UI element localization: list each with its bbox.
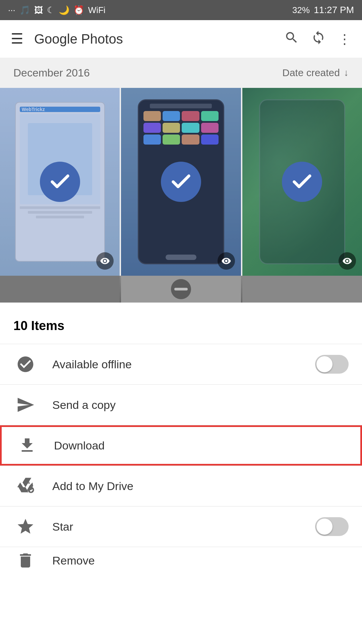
checkmark-2 <box>161 162 201 202</box>
menu-item-star[interactable]: Star <box>0 506 362 547</box>
send-icon <box>13 393 38 417</box>
subheader: December 2016 Date created ↓ <box>0 58 362 88</box>
status-left: ··· 🎵 🖼 ☾ 🌙 ⏰ WiFi <box>8 5 106 15</box>
status-right: 32% 11:27 PM <box>292 5 354 15</box>
menu-item-drive[interactable]: Add to My Drive <box>0 466 362 506</box>
menu-item-download[interactable]: Download <box>0 425 362 466</box>
drive-icon <box>13 474 38 498</box>
send-label: Send a copy <box>52 398 349 412</box>
partial-row <box>0 276 362 303</box>
checkmark-1 <box>40 162 80 202</box>
music-icon: 🎵 <box>19 5 30 15</box>
moon-icon: ☾ <box>47 5 55 15</box>
sync-button[interactable] <box>311 30 326 48</box>
hamburger-menu-button[interactable]: ☰ <box>11 32 23 46</box>
wifi-icon: WiFi <box>88 5 106 15</box>
remove-icon <box>13 548 38 573</box>
date-label: December 2016 <box>13 67 90 79</box>
sort-button[interactable]: Date created ↓ <box>282 67 349 78</box>
action-panel: 10 Items Available offline Send a copy <box>0 303 362 574</box>
eye-icon-3 <box>339 252 356 270</box>
download-label: Download <box>54 439 347 452</box>
photo-cell-2[interactable] <box>121 88 241 276</box>
status-bar: ··· 🎵 🖼 ☾ 🌙 ⏰ WiFi 32% 11:27 PM <box>0 0 362 20</box>
selection-overlay-3 <box>242 88 362 276</box>
star-toggle-knob <box>316 519 333 535</box>
time-text: 11:27 PM <box>314 5 354 15</box>
battery-text: 32% <box>292 5 310 15</box>
svg-point-0 <box>28 487 34 493</box>
crescent-icon: 🌙 <box>59 5 69 15</box>
download-icon <box>15 433 39 458</box>
star-icon <box>13 515 38 539</box>
image-icon: 🖼 <box>34 5 43 15</box>
photo-cell-1[interactable]: WebTrickz <box>0 88 120 276</box>
search-button[interactable] <box>284 30 299 48</box>
offline-toggle[interactable] <box>315 355 349 374</box>
eye-icon-2 <box>218 252 235 270</box>
sort-arrow-icon: ↓ <box>344 67 349 78</box>
eye-icon-1 <box>96 252 114 270</box>
selection-overlay-1 <box>0 88 120 276</box>
photo-grid: WebTrickz <box>0 88 362 276</box>
sort-label: Date created <box>282 67 340 78</box>
drive-label: Add to My Drive <box>52 480 349 493</box>
menu-item-remove[interactable]: Remove <box>0 547 362 574</box>
items-count: 10 Items <box>0 303 362 344</box>
star-label: Star <box>52 520 315 533</box>
offline-label: Available offline <box>52 358 315 371</box>
alarm-icon: ⏰ <box>73 5 84 15</box>
app-bar-icons: ⋮ <box>284 30 351 48</box>
checkmark-3 <box>282 162 322 202</box>
photo-cell-3[interactable] <box>242 88 362 276</box>
app-title: Google Photos <box>34 32 284 47</box>
remove-label: Remove <box>52 554 349 567</box>
offline-icon <box>13 352 38 376</box>
star-toggle[interactable] <box>315 517 349 536</box>
notification-dots: ··· <box>8 5 15 15</box>
menu-item-send[interactable]: Send a copy <box>0 385 362 425</box>
app-bar: ☰ Google Photos ⋮ <box>0 20 362 58</box>
menu-item-offline[interactable]: Available offline <box>0 344 362 384</box>
selection-overlay-2 <box>121 88 241 276</box>
offline-toggle-knob <box>316 356 333 372</box>
more-options-button[interactable]: ⋮ <box>338 31 351 47</box>
